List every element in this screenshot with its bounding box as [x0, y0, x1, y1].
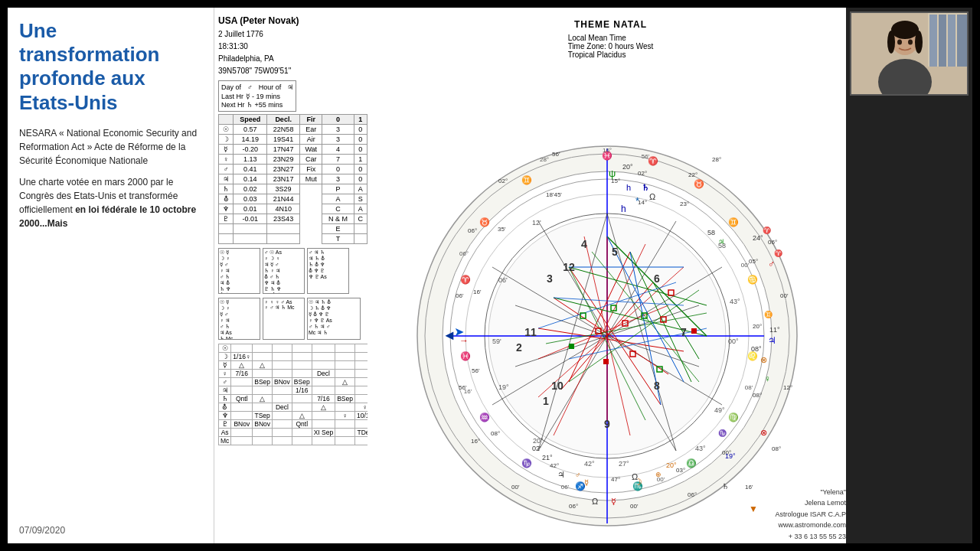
svg-text:56': 56'	[459, 384, 467, 391]
title-line1: Une	[19, 19, 57, 42]
center-panel: USA (Peter Novak) 2 Juillet 1776 18:31:3…	[214, 8, 846, 543]
birth-place: Philadelphia, PA	[218, 54, 274, 63]
table-row: ☿-0.2017N47Wat40	[219, 145, 368, 155]
svg-rect-150	[569, 344, 574, 349]
last-hr-label: Last Hr	[221, 93, 243, 100]
svg-text:06': 06'	[560, 484, 569, 491]
svg-text:♋: ♋	[747, 274, 758, 285]
svg-text:Ω: Ω	[592, 497, 598, 506]
table-row: ♀7/16Decl	[219, 370, 368, 378]
svg-text:42°: 42°	[550, 462, 559, 469]
mini-grid-3: ♂ ♃ ♄♃ ♄ ⛢♄ ⛢ ♆⛢ ♆ ♇♆ ♇ As	[307, 248, 349, 294]
svg-text:♍: ♍	[728, 412, 739, 422]
svg-text:28°: 28°	[539, 156, 548, 163]
count2-header: 1	[354, 115, 367, 125]
svg-text:19°: 19°	[498, 383, 509, 391]
nesara-text-content: NESARA « National Economic Security and …	[19, 128, 197, 166]
svg-text:◄: ◄	[443, 328, 456, 343]
birth-date: 2 Juillet 1776	[218, 30, 263, 38]
astrologer-fullname: Jelena Lemot	[775, 497, 846, 508]
svg-text:03°: 03°	[676, 467, 685, 474]
svg-text:♓: ♓	[460, 350, 471, 361]
svg-text:42°: 42°	[584, 460, 595, 468]
svg-text:19°: 19°	[725, 452, 736, 460]
bottom-aspect-table: ☉ ☽1/16♀ ☿△△ ♀7/16Decl	[218, 344, 368, 445]
day-of-label: Day of	[221, 83, 241, 91]
svg-point-187	[908, 40, 913, 45]
table-row: ♄0.023S29PA	[219, 184, 368, 194]
aspect-grids: ☉ ☿☽ ♀☿ ♂♀ ♃♂ ♄♃ ⛢♄ ♆⛢ ♇♆ As♇ Mc ♂ ☉ As♀…	[218, 248, 368, 340]
mini-grid-4: ☉ ☿☽ ♀☿ ♂♀ ♃♂ ♄♃ As♄ Mc	[218, 298, 260, 340]
mini-grid-5: ♀ ♀ ♀ ♂ As♀ ♂ ♃ ♄ Mc	[263, 298, 305, 340]
svg-text:08': 08'	[744, 384, 753, 391]
svg-point-184	[915, 31, 923, 54]
svg-rect-151	[603, 359, 609, 364]
mini-grids-row2: ☉ ☿☽ ♀☿ ♂♀ ♃♂ ♄♃ As♄ Mc ♀ ♀ ♀ ♂ As♀ ♂ ♃ …	[218, 298, 368, 340]
table-row: T	[219, 234, 368, 244]
svg-text:⊗: ⊗	[760, 428, 767, 437]
svg-text:♊: ♊	[728, 217, 739, 227]
table-row: Mc	[219, 437, 368, 445]
svg-text:56': 56'	[641, 153, 649, 160]
svg-text:10: 10	[551, 380, 564, 392]
mini-grid-6: ☉ ♃ ♄ ⛢☽ ♄ ⛢ ♆☿ ⛢ ♆ ♇♀ ♆ ♇ As♂ ♄ ♃ ♂Mc ♃…	[307, 298, 361, 340]
title-line4: Etats-Unis	[19, 91, 118, 114]
title-line2: transformation	[19, 43, 159, 66]
fir-header: Fir	[300, 115, 322, 125]
table-row: ⛢Decl△♀3/16♀♀	[219, 403, 368, 412]
svg-text:♃: ♃	[557, 470, 565, 479]
natal-chart: 12 11 10 9 8 7 6 5 4 3 2 1	[371, 114, 842, 543]
decl-header: Decl.	[267, 115, 300, 125]
svg-text:♉: ♉	[694, 178, 704, 189]
table-row: ♄Qntl△7/16BSepQNovBQnt	[219, 395, 368, 403]
house-system: Tropical Placidus	[568, 51, 654, 59]
speed-decl-table: Speed Decl. Fir 0 1 ☉0.5722N58Ear30 ☽14.…	[218, 114, 368, 244]
table-row: ☽14.1919S41Air30	[219, 135, 368, 145]
theme-natal-label: THEME NATAL	[574, 19, 647, 30]
svg-text:06': 06'	[498, 276, 508, 284]
svg-text:11°: 11°	[769, 326, 780, 334]
table-row: E	[219, 224, 368, 234]
svg-text:00': 00'	[630, 503, 639, 510]
svg-text:16°: 16°	[602, 147, 611, 154]
svg-text:20°: 20°	[622, 163, 633, 171]
svg-text:♊: ♊	[764, 310, 773, 319]
right-panel	[846, 8, 972, 543]
table-row: ♀1.1323N29Car71	[219, 155, 368, 165]
svg-text:00': 00'	[511, 484, 520, 491]
svg-text:43°: 43°	[695, 445, 706, 452]
svg-text:♃: ♃	[768, 335, 776, 346]
main-title: Une transformation profonde aux Etats-Un…	[19, 19, 202, 115]
table-row: ♃1/16BSep	[219, 386, 368, 395]
svg-text:06°: 06°	[468, 227, 477, 234]
svg-text:♈: ♈	[460, 274, 471, 285]
svg-text:16': 16'	[745, 484, 753, 491]
svg-rect-180	[957, 15, 969, 67]
person-silhouette	[851, 13, 969, 96]
table-row: ♂0.4123N27Fix00	[219, 165, 368, 174]
svg-text:2: 2	[516, 341, 522, 354]
last-hr-val: - 19 mins	[252, 93, 280, 100]
speed-header: Speed	[234, 115, 267, 125]
time-zone: Time Zone: 0 hours West	[568, 42, 654, 51]
table-row: ☽1/16♀	[219, 353, 368, 361]
svg-text:12': 12'	[532, 219, 541, 227]
svg-text:05°: 05°	[749, 258, 758, 265]
svg-text:h: h	[626, 183, 631, 192]
left-panel: Une transformation profonde aux Etats-Un…	[8, 8, 214, 543]
svg-text:56': 56'	[552, 151, 560, 158]
svg-text:♈: ♈	[763, 226, 772, 235]
webcam-feed	[850, 11, 969, 96]
mini-grid-2: ♂ ☉ As♀ ☽ ♀♃ ☿ ♂♄ ♀ ♃⛢ ♂ ♄♆ ♃ ⛢♇ ♄ ♆As ⛢…	[263, 248, 305, 294]
svg-text:20°: 20°	[753, 323, 762, 330]
svg-text:♂: ♂	[575, 471, 581, 479]
table-row: AsXI SepTDec5/16♀	[219, 429, 368, 437]
svg-text:20°: 20°	[533, 437, 544, 445]
svg-rect-149	[691, 328, 697, 334]
astrologer-credit: "Yelena" Jelena Lemot Astrologue ISAR C.…	[775, 487, 846, 542]
svg-rect-177	[929, 15, 937, 67]
chart-date-time: 2 Juillet 1776 18:31:30 Philadelphia, PA…	[218, 28, 371, 77]
webcam-silhouette	[851, 13, 967, 94]
svg-text:58: 58	[707, 229, 715, 236]
svg-text:☿: ☿	[611, 497, 616, 506]
